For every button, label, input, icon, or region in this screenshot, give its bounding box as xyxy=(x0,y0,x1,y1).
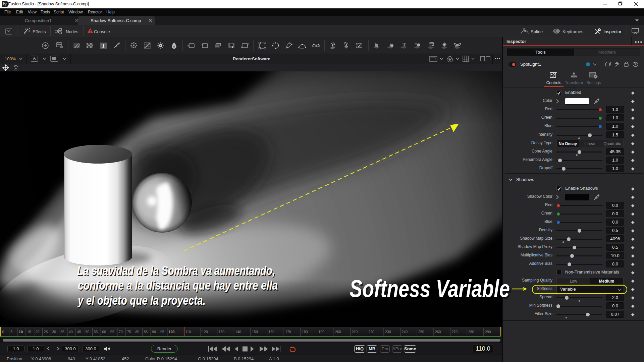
svg-text:180: 180 xyxy=(302,330,308,334)
svg-text:40: 40 xyxy=(69,330,73,334)
svg-text:100: 100 xyxy=(169,330,175,334)
svg-text:90: 90 xyxy=(152,330,156,334)
svg-text:20: 20 xyxy=(36,330,40,334)
svg-text:50: 50 xyxy=(86,330,90,334)
svg-text:60: 60 xyxy=(102,330,106,334)
svg-text:85: 85 xyxy=(144,330,148,334)
svg-text:y el objeto que la proyecta.: y el objeto que la proyecta. xyxy=(77,294,206,307)
svg-text:270: 270 xyxy=(452,330,458,334)
svg-text:95: 95 xyxy=(160,330,164,334)
svg-text:150: 150 xyxy=(252,330,258,334)
svg-text:160: 160 xyxy=(269,330,275,334)
svg-text:230: 230 xyxy=(385,330,391,334)
svg-text:La suavidad de la Sombra va au: La suavidad de la Sombra va aumentando, xyxy=(77,264,275,278)
svg-text:65: 65 xyxy=(110,330,114,334)
svg-text:250: 250 xyxy=(418,330,424,334)
svg-text:45: 45 xyxy=(77,330,81,334)
svg-text:200: 200 xyxy=(335,330,341,334)
svg-text:140: 140 xyxy=(235,330,241,334)
svg-text:170: 170 xyxy=(285,330,291,334)
svg-text:120: 120 xyxy=(202,330,208,334)
svg-text:220: 220 xyxy=(368,330,374,334)
svg-text:T: T xyxy=(402,42,406,47)
svg-text:25: 25 xyxy=(44,330,48,334)
svg-text:240: 240 xyxy=(402,330,408,334)
svg-text:70: 70 xyxy=(119,330,123,334)
svg-text:5: 5 xyxy=(10,330,12,334)
svg-text:110: 110 xyxy=(185,330,191,334)
svg-text:0: 0 xyxy=(2,330,4,334)
svg-text:260: 260 xyxy=(435,330,441,334)
svg-text:10: 10 xyxy=(19,330,23,334)
svg-text:80: 80 xyxy=(136,330,140,334)
svg-text:conforme a la distancia que ha: conforme a la distancia que hay entre el… xyxy=(78,279,278,292)
svg-text:35: 35 xyxy=(60,330,64,334)
svg-text:30: 30 xyxy=(52,330,56,334)
svg-text:190: 190 xyxy=(319,330,325,334)
svg-text:280: 280 xyxy=(468,330,474,334)
svg-text:Softness Variable: Softness Variable xyxy=(350,275,510,302)
svg-text:75: 75 xyxy=(127,330,131,334)
svg-text:55: 55 xyxy=(94,330,98,334)
svg-text:130: 130 xyxy=(219,330,225,334)
svg-text:T: T xyxy=(102,43,105,49)
svg-text:210: 210 xyxy=(352,330,358,334)
svg-text:290: 290 xyxy=(485,330,491,334)
svg-text:15: 15 xyxy=(27,330,31,334)
